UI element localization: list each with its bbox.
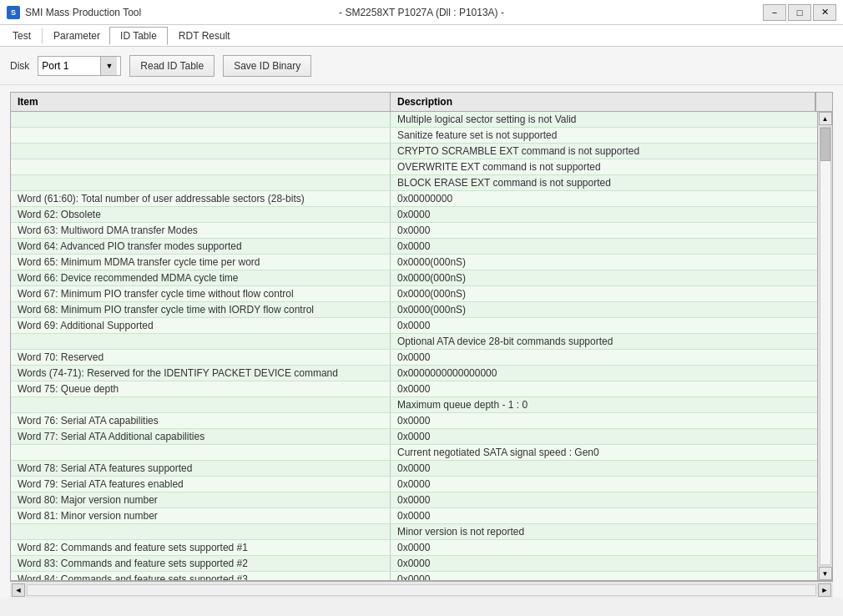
cell-item: Word 81: Minor version number xyxy=(11,508,391,523)
table-row: Minor version is not reported xyxy=(11,524,817,540)
table-header: Item Description xyxy=(11,93,832,112)
table-row: Word 70: Reserved0x0000 xyxy=(11,350,817,366)
cell-description: 0x0000 xyxy=(391,492,817,507)
maximize-button[interactable]: □ xyxy=(788,4,811,21)
vertical-scrollbar[interactable]: ▲ ▼ xyxy=(817,112,832,580)
toolbar: Disk Port 1 ▼ Read ID Table Save ID Bina… xyxy=(0,47,843,85)
cell-description: Maximum queue depth - 1 : 0 xyxy=(391,397,817,412)
menu-test[interactable]: Test xyxy=(3,27,40,45)
cell-description: 0x0000000000000000 xyxy=(391,366,817,381)
cell-item: Word 76: Serial ATA capabilities xyxy=(11,413,391,428)
table-row: OVERWRITE EXT command is not supported xyxy=(11,159,817,175)
cell-description: Minor version is not reported xyxy=(391,524,817,539)
cell-item: Word 83: Commands and feature sets suppo… xyxy=(11,556,391,571)
table-row: Word 66: Device recommended MDMA cycle t… xyxy=(11,270,817,286)
cell-description: Optional ATA device 28-bit commands supp… xyxy=(391,334,817,349)
table-row: Sanitize feature set is not supported xyxy=(11,128,817,144)
cell-description: 0x0000(000nS) xyxy=(391,255,817,270)
table-row: Word 78: Serial ATA features supported0x… xyxy=(11,461,817,477)
disk-select[interactable]: Port 1 ▼ xyxy=(38,56,121,76)
cell-description: 0x0000 xyxy=(391,572,817,580)
table-row: BLOCK ERASE EXT command is not supported xyxy=(11,175,817,191)
tab-rdt-result[interactable]: RDT Result xyxy=(168,27,241,45)
cell-item: Word 77: Serial ATA Additional capabilit… xyxy=(11,429,391,444)
cell-item xyxy=(11,334,391,349)
cell-description: 0x0000 xyxy=(391,413,817,428)
header-description: Description xyxy=(391,93,815,111)
menu-bar: Test Parameter ID Table RDT Result xyxy=(0,25,843,47)
cell-description: 0x0000 xyxy=(391,429,817,444)
table-row: Word 83: Commands and feature sets suppo… xyxy=(11,556,817,572)
cell-description: CRYPTO SCRAMBLE EXT command is not suppo… xyxy=(391,144,817,159)
cell-description: 0x0000 xyxy=(391,461,817,476)
title-bar-center-text: - SM2258XT P1027A (Dll : P1013A) - xyxy=(339,7,504,18)
id-table: Item Description Multiple logical sector… xyxy=(10,92,833,581)
app-name: SMI Mass Production Tool xyxy=(25,7,141,18)
cell-item: Word 69: Additional Supported xyxy=(11,318,391,333)
cell-description: 0x0000 xyxy=(391,556,817,571)
table-row: Word 81: Minor version number0x0000 xyxy=(11,508,817,524)
table-row: Word 84: Commands and feature sets suppo… xyxy=(11,572,817,580)
cell-description: 0x0000 xyxy=(391,477,817,492)
scroll-track xyxy=(820,127,831,565)
scroll-left-button[interactable]: ◄ xyxy=(12,583,25,597)
scroll-up-button[interactable]: ▲ xyxy=(819,112,832,125)
save-id-binary-button[interactable]: Save ID Binary xyxy=(223,55,311,77)
menu-parameter[interactable]: Parameter xyxy=(44,27,109,45)
scroll-right-button[interactable]: ► xyxy=(818,583,831,597)
cell-item xyxy=(11,112,391,127)
cell-item: Word 67: Minimum PIO transfer cycle time… xyxy=(11,286,391,301)
cell-description: 0x0000(000nS) xyxy=(391,302,817,317)
tab-id-table[interactable]: ID Table xyxy=(109,27,168,45)
table-row: Word 64: Advanced PIO transfer modes sup… xyxy=(11,239,817,255)
cell-item: Word 65: Minimum MDMA transfer cycle tim… xyxy=(11,255,391,270)
cell-item xyxy=(11,175,391,190)
cell-description: 0x0000 xyxy=(391,350,817,365)
cell-item: Word (61:60): Total number of user addre… xyxy=(11,191,391,206)
table-row: CRYPTO SCRAMBLE EXT command is not suppo… xyxy=(11,144,817,159)
title-bar-controls: − □ ✕ xyxy=(763,4,836,21)
app-icon: S xyxy=(7,6,20,19)
cell-description: 0x0000 xyxy=(391,381,817,396)
cell-description: 0x0000 xyxy=(391,540,817,555)
table-row: Word 65: Minimum MDMA transfer cycle tim… xyxy=(11,255,817,270)
cell-item: Word 70: Reserved xyxy=(11,350,391,365)
title-bar: S SMI Mass Production Tool - SM2258XT P1… xyxy=(0,0,843,25)
cell-description: 0x0000 xyxy=(391,207,817,222)
cell-item: Word 64: Advanced PIO transfer modes sup… xyxy=(11,239,391,254)
table-row: Word 75: Queue depth0x0000 xyxy=(11,381,817,397)
scroll-thumb[interactable] xyxy=(820,128,830,161)
cell-description: 0x0000(000nS) xyxy=(391,270,817,285)
h-scroll-track[interactable] xyxy=(27,584,816,596)
cell-item xyxy=(11,397,391,412)
cell-description: 0x0000 xyxy=(391,223,817,238)
horizontal-scrollbar: ◄ ► xyxy=(10,581,833,598)
minimize-button[interactable]: − xyxy=(763,4,786,21)
cell-description: 0x00000000 xyxy=(391,191,817,206)
cell-item: Word 66: Device recommended MDMA cycle t… xyxy=(11,270,391,285)
cell-item xyxy=(11,159,391,174)
scroll-down-button[interactable]: ▼ xyxy=(819,567,832,580)
table-row: Word 77: Serial ATA Additional capabilit… xyxy=(11,429,817,445)
close-button[interactable]: ✕ xyxy=(813,4,836,21)
disk-dropdown-arrow: ▼ xyxy=(100,57,117,75)
table-row: Word 68: Minimum PIO transfer cycle time… xyxy=(11,302,817,318)
cell-description: OVERWRITE EXT command is not supported xyxy=(391,159,817,174)
table-row: Word 82: Commands and feature sets suppo… xyxy=(11,540,817,556)
cell-description: BLOCK ERASE EXT command is not supported xyxy=(391,175,817,190)
header-item: Item xyxy=(11,93,391,111)
cell-item: Word 79: Serial ATA features enabled xyxy=(11,477,391,492)
cell-item: Word 80: Major version number xyxy=(11,492,391,507)
table-row: Maximum queue depth - 1 : 0 xyxy=(11,397,817,413)
read-id-table-button[interactable]: Read ID Table xyxy=(129,55,215,77)
cell-description: 0x0000(000nS) xyxy=(391,286,817,301)
cell-item xyxy=(11,445,391,460)
cell-description: Multiple logical sector setting is not V… xyxy=(391,112,817,127)
cell-item: Words (74-71): Reserved for the IDENTIFY… xyxy=(11,366,391,381)
table-body[interactable]: Multiple logical sector setting is not V… xyxy=(11,112,817,580)
cell-item: Word 63: Multiword DMA transfer Modes xyxy=(11,223,391,238)
cell-item: Word 82: Commands and feature sets suppo… xyxy=(11,540,391,555)
table-row: Word 69: Additional Supported0x0000 xyxy=(11,318,817,334)
cell-description: Sanitize feature set is not supported xyxy=(391,128,817,143)
title-bar-left: S SMI Mass Production Tool xyxy=(7,6,141,19)
